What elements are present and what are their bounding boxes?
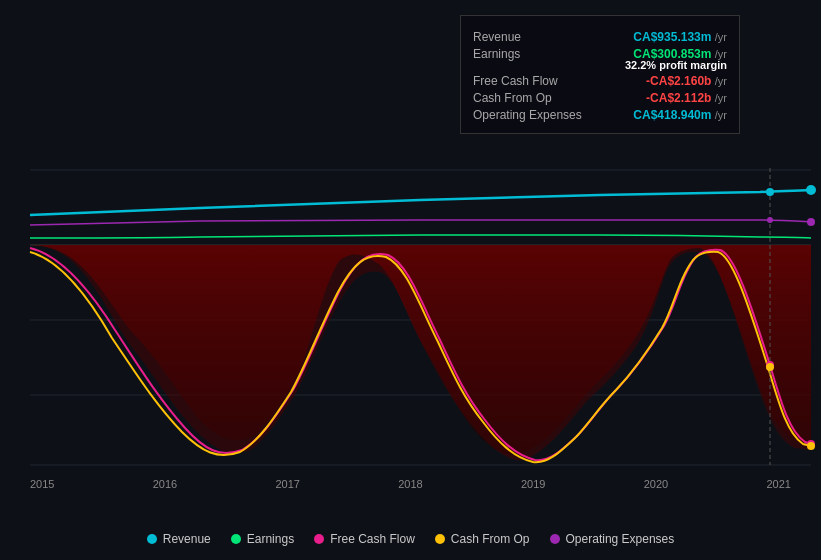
svg-point-12	[766, 363, 774, 371]
legend-label: Free Cash Flow	[330, 532, 415, 546]
svg-point-14	[807, 218, 815, 226]
tooltip-value: -CA$2.112b	[646, 91, 711, 105]
x-label: 2018	[398, 478, 422, 490]
x-label: 2021	[767, 478, 791, 490]
tooltip-label: Earnings	[473, 47, 583, 61]
tooltip-sub: 32.2% profit margin	[625, 59, 727, 71]
x-label: 2015	[30, 478, 54, 490]
legend-item[interactable]: Revenue	[147, 532, 211, 546]
legend-dot	[147, 534, 157, 544]
legend-dot	[314, 534, 324, 544]
x-axis: 2015201620172018201920202021	[0, 478, 821, 490]
tooltip-row: Earnings CA$300.853m /yr 32.2% profit ma…	[473, 47, 727, 71]
tooltip-row: Cash From Op -CA$2.112b /yr	[473, 91, 727, 105]
x-label: 2016	[153, 478, 177, 490]
tooltip-label: Operating Expenses	[473, 108, 583, 122]
svg-point-13	[806, 185, 816, 195]
legend-item[interactable]: Operating Expenses	[550, 532, 675, 546]
tooltip-label: Revenue	[473, 30, 583, 44]
legend-dot	[231, 534, 241, 544]
legend-label: Operating Expenses	[566, 532, 675, 546]
x-label: 2017	[276, 478, 300, 490]
tooltip: Revenue CA$935.133m /yr Earnings CA$300.…	[460, 15, 740, 134]
legend-item[interactable]: Free Cash Flow	[314, 532, 415, 546]
tooltip-value: CA$935.133m	[633, 30, 711, 44]
legend: Revenue Earnings Free Cash Flow Cash Fro…	[0, 532, 821, 546]
tooltip-row: Revenue CA$935.133m /yr	[473, 30, 727, 44]
tooltip-unit: /yr	[715, 75, 727, 87]
x-label: 2020	[644, 478, 668, 490]
x-label: 2019	[521, 478, 545, 490]
tooltip-unit: /yr	[715, 109, 727, 121]
legend-dot	[550, 534, 560, 544]
tooltip-unit: /yr	[715, 92, 727, 104]
legend-label: Earnings	[247, 532, 294, 546]
tooltip-value: -CA$2.160b	[646, 74, 711, 88]
tooltip-label: Free Cash Flow	[473, 74, 583, 88]
legend-item[interactable]: Earnings	[231, 532, 294, 546]
svg-point-9	[766, 188, 774, 196]
tooltip-value: CA$418.940m	[633, 108, 711, 122]
tooltip-row: Free Cash Flow -CA$2.160b /yr	[473, 74, 727, 88]
svg-point-16	[807, 442, 815, 450]
legend-item[interactable]: Cash From Op	[435, 532, 530, 546]
legend-label: Revenue	[163, 532, 211, 546]
legend-dot	[435, 534, 445, 544]
tooltip-row: Operating Expenses CA$418.940m /yr	[473, 108, 727, 122]
chart-container: Revenue CA$935.133m /yr Earnings CA$300.…	[0, 0, 821, 560]
svg-point-10	[767, 217, 773, 223]
tooltip-label: Cash From Op	[473, 91, 583, 105]
tooltip-unit: /yr	[715, 31, 727, 43]
legend-label: Cash From Op	[451, 532, 530, 546]
